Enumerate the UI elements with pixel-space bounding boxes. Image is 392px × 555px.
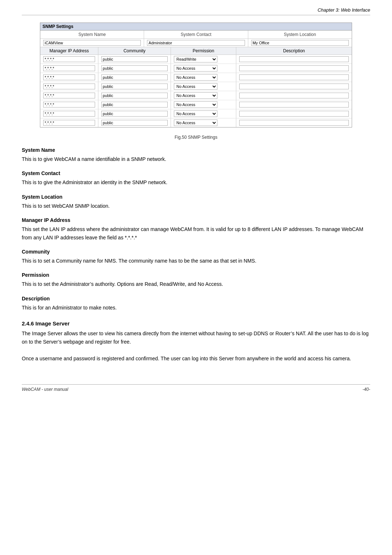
system-name-input[interactable] — [43, 40, 141, 46]
section-system-contact-body: This is to give the Administrator an ide… — [22, 178, 370, 186]
permission-select[interactable]: Read/WriteNo AccessRead — [174, 83, 217, 90]
description-input[interactable] — [239, 56, 349, 62]
ip-cell — [40, 55, 98, 64]
ip-cell — [40, 73, 98, 82]
system-name-value — [40, 39, 144, 47]
ip-input[interactable] — [43, 65, 95, 71]
table-row: Read/WriteNo AccessRead — [40, 73, 352, 82]
description-input[interactable] — [239, 111, 349, 117]
community-input[interactable] — [101, 102, 168, 108]
footer-left: WebCAM - user manual — [22, 387, 68, 392]
section-image-server-body2: Once a username and password is register… — [22, 355, 370, 362]
col-header-manager-ip: Manager IP Address — [40, 47, 98, 54]
permission-cell: Read/WriteNo AccessRead — [171, 118, 236, 127]
section-manager-ip: Manager IP Address This set the LAN IP a… — [22, 217, 370, 242]
permission-cell: Read/WriteNo AccessRead — [171, 82, 236, 91]
description-cell — [236, 109, 352, 118]
section-description-body: This is for an Administrator to make not… — [22, 304, 370, 312]
section-system-name-body: This is to give WebCAM a name identifiab… — [22, 155, 370, 163]
section-community-heading: Community — [22, 249, 370, 255]
ip-input[interactable] — [43, 56, 95, 62]
ip-input[interactable] — [43, 120, 95, 126]
section-manager-ip-body: This set the LAN IP address where the ad… — [22, 225, 370, 242]
snmp-col-header-row: Manager IP Address Community Permission … — [40, 47, 352, 55]
description-input[interactable] — [239, 120, 349, 126]
snmp-settings-box: SNMP Settings System Name System Contact… — [40, 23, 352, 127]
ip-input[interactable] — [43, 111, 95, 117]
ip-input[interactable] — [43, 74, 95, 80]
col-header-permission: Permission — [171, 47, 236, 54]
community-cell — [98, 109, 171, 118]
section-community: Community This is to set a Community nam… — [22, 249, 370, 265]
community-input[interactable] — [101, 93, 168, 98]
permission-cell: Read/WriteNo AccessRead — [171, 55, 236, 64]
description-input[interactable] — [239, 93, 349, 98]
system-location-label: System Location — [248, 31, 352, 39]
snmp-system-label-row: System Name System Contact System Locati… — [40, 31, 352, 39]
community-input[interactable] — [101, 120, 168, 126]
table-row: Read/WriteNo AccessRead — [40, 118, 352, 127]
ip-cell — [40, 109, 98, 118]
section-community-body: This is to set a Community name for NMS.… — [22, 257, 370, 265]
table-row: Read/WriteNo AccessRead — [40, 109, 352, 118]
col-header-community: Community — [98, 47, 171, 54]
permission-cell: Read/WriteNo AccessRead — [171, 64, 236, 73]
community-input[interactable] — [101, 111, 168, 117]
description-cell — [236, 73, 352, 82]
section-system-name-heading: System Name — [22, 147, 370, 153]
ip-cell — [40, 100, 98, 109]
community-input[interactable] — [101, 56, 168, 62]
section-manager-ip-heading: Manager IP Address — [22, 217, 370, 223]
permission-select[interactable]: Read/WriteNo AccessRead — [174, 74, 217, 81]
section-system-contact-heading: System Contact — [22, 170, 370, 176]
community-cell — [98, 73, 171, 82]
permission-select[interactable]: Read/WriteNo AccessRead — [174, 65, 217, 72]
description-cell — [236, 91, 352, 100]
description-cell — [236, 100, 352, 109]
section-image-server: 2.4.6 Image Server The Image Server allo… — [22, 320, 370, 362]
community-cell — [98, 100, 171, 109]
ip-cell — [40, 64, 98, 73]
permission-select[interactable]: Read/WriteNo AccessRead — [174, 56, 217, 62]
snmp-title-bar: SNMP Settings — [40, 23, 352, 31]
community-cell — [98, 118, 171, 127]
description-cell — [236, 118, 352, 127]
section-system-name: System Name This is to give WebCAM a nam… — [22, 147, 370, 163]
permission-cell: Read/WriteNo AccessRead — [171, 91, 236, 100]
section-system-location-body: This is to set WebCAM SNMP location. — [22, 202, 370, 210]
chapter-header: Chapter 3: Web Interface — [22, 7, 370, 15]
ip-cell — [40, 82, 98, 91]
figure-caption: Fig.50 SNMP Settings — [22, 135, 370, 140]
permission-select[interactable]: Read/WriteNo AccessRead — [174, 101, 217, 108]
table-row: Read/WriteNo AccessRead — [40, 82, 352, 91]
description-input[interactable] — [239, 74, 349, 80]
ip-input[interactable] — [43, 102, 95, 108]
ip-input[interactable] — [43, 84, 95, 89]
section-permission-heading: Permission — [22, 272, 370, 278]
description-cell — [236, 64, 352, 73]
ip-input[interactable] — [43, 93, 95, 98]
community-input[interactable] — [101, 74, 168, 80]
section-description: Description This is for an Administrator… — [22, 296, 370, 312]
permission-select[interactable]: Read/WriteNo AccessRead — [174, 110, 217, 117]
community-input[interactable] — [101, 65, 168, 71]
table-row: Read/WriteNo AccessRead — [40, 55, 352, 64]
description-input[interactable] — [239, 102, 349, 108]
description-input[interactable] — [239, 65, 349, 71]
system-location-input[interactable] — [251, 40, 349, 46]
section-system-location-heading: System Location — [22, 194, 370, 200]
community-input[interactable] — [101, 84, 168, 89]
description-input[interactable] — [239, 84, 349, 89]
section-description-heading: Description — [22, 296, 370, 301]
system-contact-input[interactable] — [147, 40, 245, 46]
community-cell — [98, 64, 171, 73]
permission-select[interactable]: Read/WriteNo AccessRead — [174, 119, 217, 126]
permission-cell: Read/WriteNo AccessRead — [171, 109, 236, 118]
section-permission-body: This is to set the Administrator’s autho… — [22, 280, 370, 288]
ip-cell — [40, 91, 98, 100]
section-image-server-body1: The Image Server allows the user to view… — [22, 329, 370, 346]
system-name-label: System Name — [40, 31, 144, 39]
community-cell — [98, 82, 171, 91]
description-cell — [236, 55, 352, 64]
permission-select[interactable]: Read/WriteNo AccessRead — [174, 92, 217, 99]
